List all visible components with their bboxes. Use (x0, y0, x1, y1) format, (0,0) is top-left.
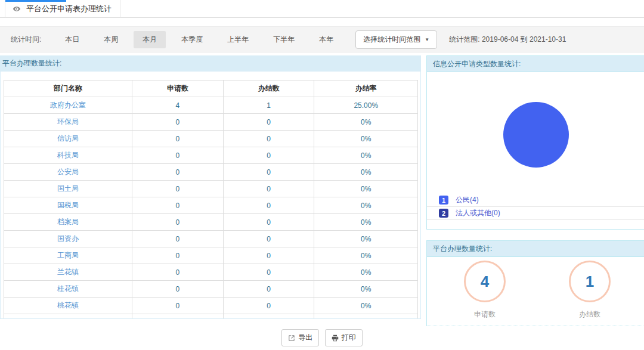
table-cell: 0 (223, 298, 314, 314)
print-icon (332, 334, 339, 342)
table-cell: 0 (223, 181, 314, 197)
table-cell: 0% (314, 164, 418, 181)
table-cell: 0% (314, 181, 418, 197)
platform-counts-panel-body: 4申请数1办结数 (426, 256, 644, 326)
table-cell: 0% (314, 131, 418, 147)
table-cell: 0 (223, 247, 314, 264)
table-row: 公安局000% (4, 164, 418, 181)
filter-option-2[interactable]: 本月 (134, 31, 166, 48)
export-icon (288, 334, 295, 342)
table-row: 国土局000% (4, 181, 418, 197)
department-cell: 档案局 (4, 214, 132, 231)
table-cell: 0 (132, 264, 224, 281)
department-link[interactable]: 荷花镇 (57, 318, 79, 319)
pie-chart[interactable] (503, 102, 569, 168)
table-cell: 0 (132, 114, 224, 131)
department-cell: 工商局 (4, 247, 132, 264)
department-cell: 桂花镇 (4, 281, 132, 298)
table-cell: 0 (132, 164, 224, 181)
table-cell: 0% (314, 281, 418, 298)
table-cell: 0% (314, 314, 418, 320)
department-link[interactable]: 国土局 (57, 184, 79, 193)
department-link[interactable]: 信访局 (57, 134, 79, 143)
table-row: 桂花镇000% (4, 281, 418, 298)
department-link[interactable]: 科技局 (57, 151, 79, 159)
export-button[interactable]: 导出 (281, 329, 319, 346)
print-button[interactable]: 打印 (325, 329, 363, 346)
table-header-cell: 办结数 (223, 80, 314, 97)
department-cell: 环保局 (4, 114, 132, 131)
department-cell: 国资办 (4, 231, 132, 247)
stats-table-body: 政府办公室4125.00%环保局000%信访局000%科技局000%公安局000… (4, 97, 418, 320)
filter-bar: 统计时间: 本日本周本月本季度上半年下半年本年 选择统计时间范围 ▼ 统计范围:… (0, 26, 644, 52)
department-cell: 兰花镇 (4, 264, 132, 281)
table-cell: 0% (314, 298, 418, 314)
filter-option-4[interactable]: 上半年 (218, 31, 258, 48)
department-stats-panel-title: 平台办理数量统计: (1, 55, 420, 72)
table-cell: 0% (314, 147, 418, 164)
counter-label: 申请数 (474, 309, 496, 320)
chevron-down-icon: ▼ (425, 37, 429, 42)
table-cell: 0 (223, 214, 314, 231)
table-cell: 0% (314, 197, 418, 214)
platform-counts-panel-title: 平台办理数量统计: (426, 240, 644, 256)
filter-option-0[interactable]: 本日 (56, 31, 88, 48)
department-cell: 科技局 (4, 147, 132, 164)
counter-item-0: 4申请数 (443, 261, 527, 320)
print-button-label: 打印 (342, 333, 356, 343)
statistics-range-text: 统计范围: 2019-06-04 到 2021-10-31 (449, 35, 566, 45)
counter-item-1: 1办结数 (548, 261, 631, 320)
department-link[interactable]: 档案局 (57, 218, 79, 226)
department-link[interactable]: 政府办公室 (50, 101, 86, 109)
department-link[interactable]: 桂花镇 (57, 284, 79, 293)
table-cell: 0 (223, 197, 314, 214)
table-cell: 0 (132, 281, 224, 298)
filter-option-5[interactable]: 下半年 (264, 31, 304, 48)
table-row: 信访局000% (4, 131, 418, 147)
table-cell: 0% (314, 231, 418, 247)
table-row: 政府办公室4125.00% (4, 97, 418, 114)
department-stats-panel: 平台办理数量统计: 部门名称申请数办结数办结率 政府办公室4125.00%环保局… (0, 55, 421, 319)
department-link[interactable]: 工商局 (57, 251, 79, 259)
department-link[interactable]: 环保局 (57, 117, 79, 126)
table-row: 科技局000% (4, 147, 418, 164)
department-stats-panel-body: 部门名称申请数办结数办结率 政府办公室4125.00%环保局000%信访局000… (1, 72, 420, 319)
filter-option-1[interactable]: 本周 (95, 31, 127, 48)
counter-label: 办结数 (579, 309, 600, 320)
legend-item-0[interactable]: 1公民(4) (427, 194, 644, 207)
table-cell: 1 (223, 97, 314, 114)
department-link[interactable]: 桃花镇 (57, 301, 79, 309)
table-cell: 0 (132, 247, 224, 264)
application-type-panel: 信息公开申请类型数量统计: 1公民(4)2法人或其他(0) (426, 55, 644, 230)
filter-option-3[interactable]: 本季度 (172, 31, 212, 48)
table-cell: 0 (132, 131, 224, 147)
table-header-cell: 申请数 (132, 80, 224, 97)
filter-option-6[interactable]: 本年 (310, 31, 342, 48)
legend-item-1[interactable]: 2法人或其他(0) (427, 207, 644, 220)
table-cell: 0 (223, 231, 314, 247)
table-cell: 0 (223, 164, 314, 181)
table-cell: 0 (132, 197, 224, 214)
department-link[interactable]: 国资办 (57, 234, 79, 243)
table-header-cell: 办结率 (314, 80, 418, 97)
platform-counts-panel: 平台办理数量统计: 4申请数1办结数 (426, 240, 644, 326)
table-cell: 0% (314, 214, 418, 231)
table-cell: 25.00% (314, 97, 418, 114)
table-cell: 0 (132, 314, 224, 320)
table-row: 荷花镇000% (4, 314, 418, 320)
department-link[interactable]: 公安局 (57, 168, 79, 176)
department-cell: 国土局 (4, 181, 132, 197)
department-link[interactable]: 兰花镇 (57, 268, 79, 276)
table-cell: 0% (314, 264, 418, 281)
pie-legend: 1公民(4)2法人或其他(0) (427, 194, 644, 220)
tab-statistics[interactable]: 平台公开申请表办理统计 (5, 0, 120, 18)
tab-title: 平台公开申请表办理统计 (26, 4, 112, 14)
table-cell: 0% (314, 114, 418, 131)
department-cell: 政府办公室 (4, 97, 132, 114)
table-row: 环保局000% (4, 114, 418, 131)
select-time-range-button[interactable]: 选择统计时间范围 ▼ (355, 30, 437, 49)
eye-icon (13, 5, 21, 13)
department-link[interactable]: 国税局 (57, 201, 79, 209)
table-cell: 0 (223, 147, 314, 164)
table-cell: 0 (223, 281, 314, 298)
